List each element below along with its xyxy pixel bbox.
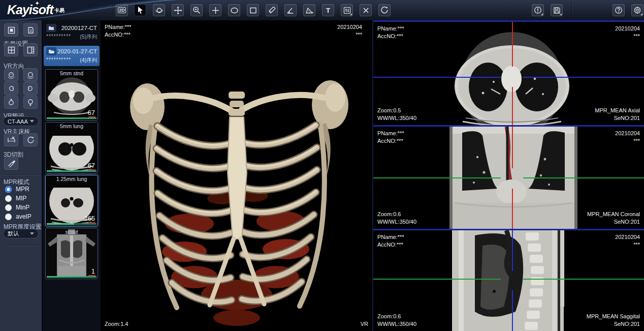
head-left-icon	[7, 84, 15, 93]
text-icon: T	[326, 7, 330, 14]
series-thumbnail-5mm-stnd[interactable]: 5mm stnd 67	[45, 69, 98, 121]
study-date: 2020-01-27-CT	[57, 48, 97, 54]
ellipse-roi-button[interactable]	[228, 4, 240, 16]
mpr-sagittal-viewport[interactable]: PName:*** AccNO:*** 20210204 *** Zoom:0.…	[373, 229, 644, 331]
minp-radio-option[interactable]: MinP	[5, 204, 29, 211]
patient-name: PName:***	[377, 25, 404, 33]
toolbar-io-group	[532, 4, 563, 16]
study-date: 20200127-CT	[61, 25, 97, 31]
masked-value: ***	[615, 137, 640, 145]
angle-icon	[286, 7, 295, 14]
text-annotation-button[interactable]: T	[322, 4, 334, 16]
help-icon	[615, 6, 623, 14]
thumbnail-load-progress	[47, 117, 96, 119]
study-date: 20210204	[615, 25, 640, 33]
window-level-button[interactable]	[341, 4, 353, 16]
help-button[interactable]	[613, 4, 625, 16]
thumbnail-label: 5mm stnd	[46, 70, 98, 76]
series-thumbnail-scout[interactable]: scout 1	[45, 228, 98, 279]
kayisoft-ct-viewer: Kayisoft卡易✦ 2D	[0, 0, 644, 331]
aveip-radio-option[interactable]: aveIP	[5, 213, 31, 220]
mip-radio-option[interactable]: MIP	[5, 195, 26, 202]
zoom-tool-button[interactable]	[190, 4, 203, 16]
crosshair-red-vertical[interactable]	[512, 127, 513, 168]
left-sidebar: 布局设置 VR方向 VR预设 CT-AAA VR去床板	[0, 20, 42, 331]
info-button[interactable]	[532, 4, 544, 16]
window-level-value: WW/WL:350/40	[377, 320, 416, 328]
mpr-coronal-viewport[interactable]: PName:*** AccNO:*** 20210204 *** Zoom:0.…	[373, 125, 644, 229]
crosshair-tool-button[interactable]	[209, 4, 221, 16]
crosshair-blue-horizontal[interactable]	[523, 77, 644, 78]
mpr-overlay-bottomleft: Zoom:0.5 WW/WL:350/40	[377, 107, 416, 122]
series-number: SeNO:201	[587, 218, 640, 226]
series-thumbnail-5mm-lung[interactable]: 5mm lung 67	[45, 122, 98, 173]
crosshair-green-horizontal[interactable]	[373, 279, 501, 280]
study-item-selected[interactable]: 2020-01-27-CT ********** (4)序列	[44, 46, 100, 66]
pan-icon	[174, 6, 182, 15]
angle-tool-button[interactable]	[284, 4, 297, 16]
study-date: 20210204	[337, 23, 362, 31]
study-date: 20210204	[615, 233, 640, 241]
thumbnail-label: 1.25mm lung	[46, 176, 98, 182]
delete-annotation-button[interactable]	[360, 4, 372, 16]
cut-3d-button[interactable]	[4, 157, 18, 170]
grid-split-layout-button[interactable]	[23, 43, 38, 56]
crosshair-blue-horizontal[interactable]	[373, 77, 501, 78]
mpr-overlay-topright: 20210204 ***	[615, 130, 640, 145]
vr-anterior-button[interactable]	[4, 68, 18, 81]
vr-preset-value: CT-AAA	[8, 118, 28, 125]
mpr-axial-viewport[interactable]: PName:*** AccNO:*** 20210204 *** Zoom:0.…	[373, 20, 644, 125]
crosshair-red-vertical[interactable]	[512, 87, 513, 125]
vr-superior-button[interactable]	[4, 96, 18, 109]
report-icon	[27, 26, 35, 34]
vr-inferior-button[interactable]	[23, 96, 38, 109]
mpr-overlay-topright: 20210204 ***	[615, 25, 640, 40]
toolbar-layout-group: 2D	[116, 4, 128, 16]
study-date: 20210204	[615, 130, 640, 137]
layout-2d-button[interactable]: 2D	[116, 4, 128, 16]
protractor-tool-button[interactable]	[303, 4, 315, 16]
pan-tool-button[interactable]	[172, 4, 184, 16]
bed-reset-button[interactable]	[23, 133, 38, 146]
crosshair-blue-vertical[interactable]	[512, 290, 513, 331]
head-inferior-icon	[26, 98, 35, 106]
head-anterior-icon	[7, 71, 15, 79]
radio-icon	[5, 195, 12, 202]
remove-bed-button[interactable]	[4, 133, 18, 146]
crosshair-red-vertical[interactable]	[512, 22, 513, 67]
vr-left-button[interactable]	[4, 82, 18, 95]
vr-right-button[interactable]	[23, 82, 38, 95]
grid-2x2-layout-button[interactable]	[4, 43, 18, 56]
measure-tool-button[interactable]	[266, 4, 278, 16]
window-level-value: WW/WL:350/40	[377, 218, 416, 226]
close-x-icon	[363, 7, 369, 14]
cursor-icon	[136, 6, 144, 14]
logo-chinese-text: 卡易	[54, 8, 65, 13]
reset-view-button[interactable]	[378, 4, 391, 16]
vr-posterior-button[interactable]	[23, 68, 38, 81]
layout-window-button[interactable]	[4, 23, 18, 37]
mpr-overlay-bottomright: MPR_MEAN Axial SeNO:201	[595, 107, 640, 122]
study-item[interactable]: 20200127-CT ********** (5)序列	[44, 22, 100, 43]
accession-number: AccNO:***	[377, 137, 404, 145]
report-button[interactable]	[23, 23, 38, 37]
crosshair-green-horizontal[interactable]	[523, 177, 644, 178]
settings-button[interactable]	[631, 4, 643, 16]
zoom-value: Zoom:0.6	[377, 313, 416, 320]
mpr-radio-option[interactable]: MPR	[5, 186, 29, 193]
vr-preset-select[interactable]: CT-AAA	[3, 116, 39, 126]
crosshair-green-horizontal[interactable]	[373, 177, 501, 178]
crosshair-red-vertical[interactable]	[512, 189, 513, 229]
cursor-tool-button[interactable]	[134, 4, 146, 16]
crosshair-blue-vertical[interactable]	[512, 230, 513, 271]
crosshair-green-horizontal[interactable]	[523, 279, 644, 280]
toolbar-separator	[113, 2, 113, 18]
series-thumbnail-1-25mm-lung[interactable]: 1.25mm lung 265	[45, 175, 98, 226]
rotate-3d-button[interactable]	[153, 4, 165, 16]
masked-value: ***	[615, 241, 640, 249]
radio-selected-icon	[5, 186, 12, 193]
vr-3d-viewport[interactable]: PName:*** AccNO:*** 20210204 *** Zoom:1.…	[101, 20, 372, 331]
save-button[interactable]	[551, 4, 563, 16]
mpr-thickness-select[interactable]: 默认	[3, 229, 39, 238]
rect-roi-button[interactable]	[247, 4, 259, 16]
